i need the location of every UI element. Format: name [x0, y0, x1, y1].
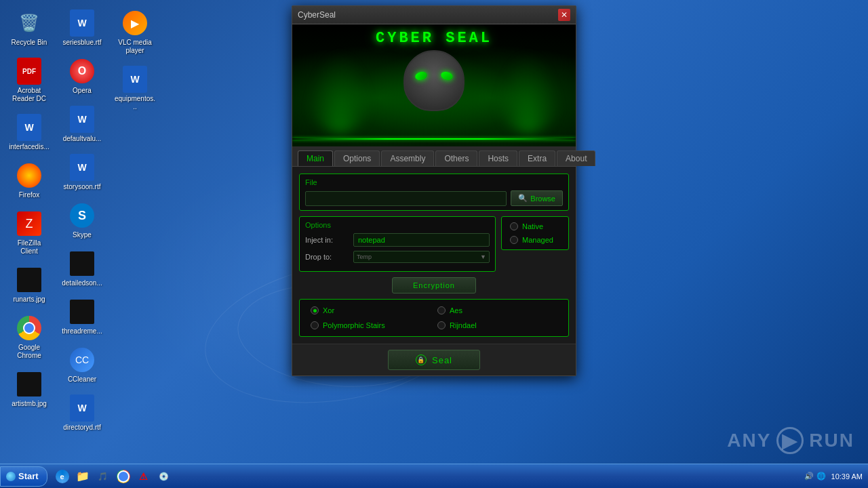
- cyberseal-window: CyberSeal ✕ CYBER SEAL Main Options: [292, 5, 576, 376]
- threadreme-label: threadreme...: [62, 327, 102, 336]
- taskbar-media-icon[interactable]: 🎵: [94, 467, 113, 486]
- desktop-icon-acrobat[interactable]: PDF Acrobat Reader DC: [5, 55, 53, 106]
- chrome-label: Google Chrome: [8, 344, 50, 360]
- desktop-icon-seriesblue[interactable]: W seriesblue.rtf: [58, 7, 106, 49]
- start-button[interactable]: Start: [0, 466, 47, 487]
- speaker-icon[interactable]: 🔊: [804, 472, 814, 481]
- network-icon[interactable]: 🌐: [816, 472, 826, 481]
- banner-background: CYBER SEAL: [292, 24, 576, 146]
- anyrun-play-icon: ▶: [776, 427, 804, 454]
- desktop-icon-equipment[interactable]: W equipmentos...: [111, 63, 159, 114]
- alien-eye-left: [414, 70, 428, 81]
- desktop-icon-filezilla[interactable]: Z FileZilla Client: [5, 207, 53, 258]
- desktop-icon-ccleaner[interactable]: CC CCleaner: [58, 344, 106, 386]
- filezilla-label: FileZilla Client: [8, 239, 50, 256]
- rijndael-label: Rijndael: [450, 321, 477, 329]
- desktop-icon-artistmb[interactable]: artistmb.jpg: [5, 368, 53, 411]
- inject-label: Inject in:: [305, 236, 349, 244]
- storysoon-label: storysoon.rtf: [63, 183, 100, 191]
- aes-label: Aes: [450, 306, 462, 314]
- vlc-label: VLC media player: [114, 39, 156, 55]
- storysoon-icon: W: [68, 154, 96, 181]
- tab-others[interactable]: Others: [435, 150, 477, 166]
- equipment-icon: W: [121, 66, 149, 93]
- anyrun-text: ANY: [727, 430, 771, 451]
- desktop-icon-chrome[interactable]: Google Chrome: [5, 312, 53, 363]
- taskbar-quick-launch: e 📁 🎵 ⚠ 💿: [53, 467, 174, 486]
- rijndael-radio[interactable]: [437, 321, 446, 329]
- taskbar-ie-icon[interactable]: e: [53, 467, 72, 486]
- desktop-icon-opera[interactable]: O Opera: [58, 55, 106, 98]
- cyber-banner: CYBER SEAL: [292, 24, 576, 146]
- file-path-input[interactable]: [305, 191, 507, 206]
- detailedson-label: detailedson...: [62, 279, 102, 287]
- window-title: CyberSeal: [298, 10, 336, 20]
- xor-radio[interactable]: [311, 306, 319, 314]
- managed-radio-row: Managed: [510, 236, 560, 244]
- tab-extra[interactable]: Extra: [519, 150, 555, 166]
- tab-hosts[interactable]: Hosts: [479, 150, 517, 166]
- polymorphic-radio[interactable]: [311, 321, 319, 329]
- desktop-icon-directoryd[interactable]: W directoryd.rtf: [58, 392, 106, 434]
- alien-eye-right: [440, 70, 454, 81]
- recycle-bin-label: Recycle Bin: [12, 39, 47, 47]
- drop-select[interactable]: Temp ▼: [353, 251, 490, 263]
- desktop-icons: 🗑️ Recycle Bin PDF Acrobat Reader DC W i…: [0, 0, 190, 464]
- taskbar-daemon-icon[interactable]: 💿: [155, 467, 174, 486]
- artistmb-label: artistmb.jpg: [12, 400, 47, 408]
- desktop-icon-vlc[interactable]: ▶ VLC media player: [111, 7, 159, 58]
- smoke-right-decoration: [494, 52, 562, 133]
- aes-radio-row: Aes: [437, 306, 557, 314]
- native-radio[interactable]: [510, 222, 518, 230]
- chrome-icon: [16, 314, 43, 342]
- seriesblue-label: seriesblue.rtf: [62, 39, 101, 47]
- tab-main[interactable]: Main: [298, 150, 333, 166]
- firefox-label: Firefox: [19, 191, 40, 199]
- threadreme-icon: [68, 298, 96, 325]
- taskbar-antivirus-icon[interactable]: ⚠: [134, 467, 153, 486]
- desktop-icon-skype[interactable]: S Skype: [58, 199, 106, 242]
- interfacedis-label: interfacedis...: [9, 143, 49, 151]
- taskbar-right: 🔊 🌐 10:39 AM: [804, 472, 868, 481]
- smoke-left-decoration: [306, 52, 374, 133]
- detailedson-icon: [68, 250, 96, 277]
- managed-radio[interactable]: [510, 236, 518, 244]
- desktop-icon-threadreme[interactable]: threadreme...: [58, 296, 106, 338]
- aes-radio[interactable]: [437, 306, 446, 314]
- encryption-button[interactable]: Encryption: [392, 277, 476, 293]
- runarts-label: runarts.jpg: [13, 296, 45, 304]
- desktop-icon-runarts[interactable]: runarts.jpg: [5, 264, 53, 306]
- tab-options[interactable]: Options: [334, 150, 380, 166]
- desktop-icon-defaultvalu[interactable]: W defaultvalu...: [58, 103, 106, 146]
- opera-label: Opera: [73, 87, 92, 95]
- ie-browser-icon: e: [56, 470, 69, 483]
- tab-assembly[interactable]: Assembly: [381, 150, 434, 166]
- drop-value: Temp: [357, 253, 372, 260]
- desktop-icon-interfacedis[interactable]: W interfacedis...: [5, 111, 53, 154]
- seal-icon: 🔒: [416, 354, 427, 365]
- options-label: Options: [305, 221, 490, 229]
- glow-line-decoration: [292, 138, 576, 140]
- firefox-icon: [16, 162, 43, 189]
- browse-button[interactable]: 🔍 Browse: [511, 190, 563, 206]
- desktop-icon-detailedson[interactable]: detailedson...: [58, 247, 106, 290]
- banner-title: CYBER SEAL: [376, 30, 492, 47]
- taskbar-folder-icon[interactable]: 📁: [73, 467, 92, 486]
- native-label: Native: [522, 222, 543, 230]
- taskbar-chrome-taskbar-icon[interactable]: [114, 467, 133, 486]
- acrobat-icon: PDF: [16, 58, 43, 85]
- tab-about[interactable]: About: [557, 150, 595, 166]
- desktop-icon-recycle-bin[interactable]: 🗑️ Recycle Bin: [5, 7, 53, 49]
- runarts-icon: [16, 266, 43, 293]
- file-section-label: File: [305, 178, 563, 186]
- seal-button[interactable]: 🔒 Seal: [388, 350, 480, 370]
- seriesblue-icon: W: [68, 9, 96, 37]
- desktop-icon-storysoon[interactable]: W storysoon.rtf: [58, 151, 106, 194]
- skype-icon: S: [68, 202, 96, 229]
- native-managed-box: Native Managed: [501, 216, 569, 250]
- window-close-button[interactable]: ✕: [558, 9, 570, 21]
- desktop-icon-firefox[interactable]: Firefox: [5, 159, 53, 202]
- window-titlebar: CyberSeal ✕: [292, 6, 576, 24]
- xor-radio-row: Xor: [311, 306, 431, 314]
- filezilla-icon: Z: [16, 210, 43, 237]
